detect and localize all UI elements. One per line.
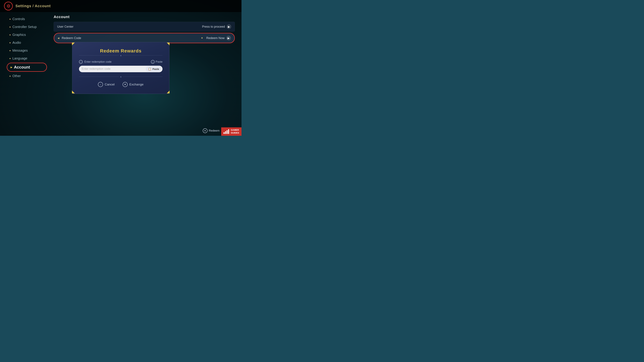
- modal-input-label-left: □ Enter redemption code: [79, 60, 112, 64]
- redeem-hud-label: Redeem: [209, 129, 220, 132]
- corner-tr-icon: ◤: [165, 42, 170, 46]
- exchange-button[interactable]: ✕ Exchange: [122, 82, 144, 87]
- paste-top-icon: △: [151, 60, 155, 64]
- corner-tl-icon: ◤: [72, 42, 77, 46]
- modal-deco-bottom: ◆: [79, 76, 162, 78]
- watermark-text: GAMER GUIDES: [231, 129, 239, 134]
- paste-inline-button[interactable]: 📋 Paste: [146, 66, 162, 71]
- watermark-bars-icon: [224, 129, 229, 134]
- redeem-hud-button[interactable]: ✕ Redeem: [203, 128, 220, 133]
- redeem-hud-icon: ✕: [203, 128, 208, 133]
- deco-diamond-icon: ◆: [120, 54, 122, 57]
- watermark: GAMER GUIDES: [221, 127, 242, 136]
- deco-line-right: [123, 55, 163, 55]
- exchange-label: Exchange: [129, 83, 144, 86]
- corner-bl-icon: ◤: [72, 89, 77, 94]
- input-icon: □: [79, 60, 83, 64]
- paste-inline-label: Paste: [152, 67, 159, 70]
- cancel-circle-icon: ○: [98, 82, 103, 87]
- bar1: [224, 132, 224, 134]
- redemption-code-input[interactable]: [82, 67, 144, 70]
- bar2: [225, 131, 226, 134]
- modal-label-row: □ Enter redemption code △ Paste: [79, 60, 162, 64]
- modal-input-label: Enter redemption code: [84, 60, 112, 63]
- bar4: [228, 129, 229, 134]
- paste-inline-icon: 📋: [148, 67, 152, 70]
- paste-top-button[interactable]: △ Paste: [151, 60, 162, 64]
- cancel-label: Cancel: [105, 83, 114, 86]
- deco-diamond-bottom-icon: ◆: [120, 76, 122, 78]
- paste-top-label: Paste: [156, 60, 162, 63]
- corner-br-icon: ◤: [165, 89, 170, 94]
- input-row: 📋 Paste: [79, 66, 162, 72]
- modal-title: Redeem Rewards: [79, 48, 162, 54]
- deco-line-left: [79, 55, 119, 55]
- modal-deco-top: ◆: [79, 54, 162, 57]
- exchange-circle-icon: ✕: [122, 82, 128, 87]
- cancel-button[interactable]: ○ Cancel: [98, 82, 114, 87]
- bar3: [226, 130, 228, 134]
- redeem-modal: ◤ ◤ ◤ ◤ Redeem Rewards ◆ □ Enter redempt…: [72, 42, 170, 94]
- modal-buttons: ○ Cancel ✕ Exchange: [79, 82, 162, 87]
- modal-backdrop: ◤ ◤ ◤ ◤ Redeem Rewards ◆ □ Enter redempt…: [0, 0, 242, 136]
